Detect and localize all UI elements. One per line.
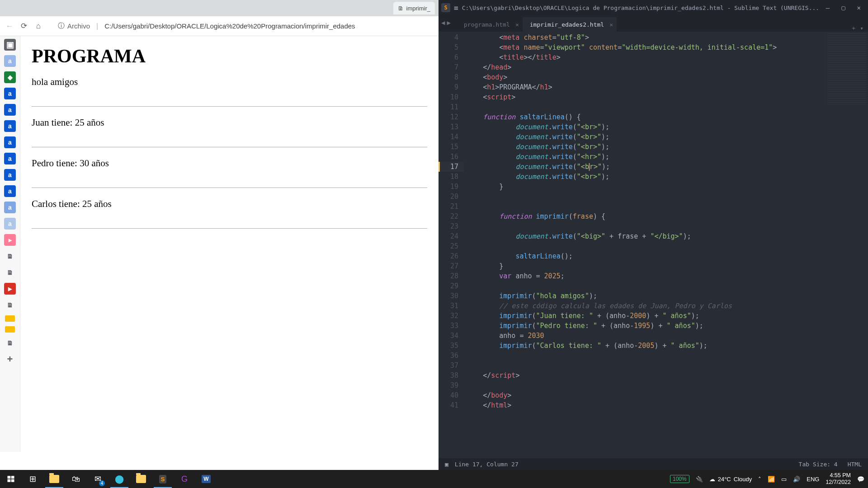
code-line[interactable]: document.write("<br>");: [467, 172, 825, 182]
nav-fwd-icon[interactable]: ▶: [447, 19, 450, 26]
sidebar-item[interactable]: a: [4, 88, 16, 99]
sidebar-item[interactable]: a: [4, 202, 16, 213]
code-line[interactable]: [467, 281, 825, 291]
code-line[interactable]: function saltarLinea() {: [467, 112, 825, 122]
taskview-button[interactable]: ⊞: [22, 470, 43, 488]
status-tab-size[interactable]: Tab Size: 4: [799, 461, 838, 468]
folder-icon[interactable]: [5, 315, 15, 322]
code-line[interactable]: document.write("<big>" + frase + "</big>…: [467, 231, 825, 241]
menu-icon[interactable]: ≡: [454, 4, 458, 12]
tab-close-icon[interactable]: ×: [515, 21, 519, 28]
code-line[interactable]: <h1>PROGRAMA</h1>: [467, 82, 825, 92]
youtube-icon[interactable]: ▶: [4, 283, 16, 295]
code-line[interactable]: anho = 2030: [467, 331, 825, 341]
app-button[interactable]: G: [174, 470, 195, 488]
code-line[interactable]: document.write("<br>");: [467, 162, 825, 172]
code-editor[interactable]: 4567891011121314151617181920212223242526…: [439, 32, 868, 458]
code-line[interactable]: </script>: [467, 371, 825, 380]
language-indicator[interactable]: ENG: [807, 476, 819, 483]
code-line[interactable]: document.write("<br>");: [467, 132, 825, 142]
editor-tab[interactable]: programa.html×: [457, 17, 523, 32]
sidebar-item[interactable]: a: [4, 169, 16, 181]
code-line[interactable]: </html>: [467, 400, 825, 410]
code-line[interactable]: <meta name="viewport" content="width=dev…: [467, 42, 825, 52]
code-line[interactable]: function imprimir(frase) {: [467, 211, 825, 221]
code-line[interactable]: document.write("<br>");: [467, 122, 825, 132]
browser-tab[interactable]: 🗎 imprimir_: [393, 2, 435, 14]
edge-button[interactable]: ⬤: [108, 470, 130, 488]
code-line[interactable]: [467, 241, 825, 251]
code-line[interactable]: document.write("<br>");: [467, 142, 825, 152]
mail-button[interactable]: ✉4: [87, 470, 108, 488]
doc-icon[interactable]: 🗎: [4, 299, 16, 311]
cast-icon[interactable]: ▭: [781, 476, 787, 483]
info-icon[interactable]: ⓘ: [58, 22, 65, 30]
code-line[interactable]: imprimir("Juan tiene: " + (anho-2000) + …: [467, 311, 825, 321]
back-icon[interactable]: ←: [5, 21, 14, 31]
nav-back-icon[interactable]: ◀: [441, 19, 445, 26]
store-button[interactable]: 🛍: [65, 470, 87, 488]
sublime-titlebar[interactable]: S ≡ C:\Users\gabri\Desktop\ORACLE\Logica…: [439, 0, 868, 15]
code-line[interactable]: document.write("<hr>");: [467, 152, 825, 162]
sidebar-item[interactable]: ◆: [4, 71, 16, 83]
start-button[interactable]: [0, 470, 22, 488]
tab-menu-icon[interactable]: ▾: [860, 25, 863, 32]
code-line[interactable]: </head>: [467, 62, 825, 72]
minimap[interactable]: [825, 32, 868, 458]
chevron-up-icon[interactable]: ˄: [758, 476, 761, 483]
sidebar-item[interactable]: a: [4, 120, 16, 132]
doc-icon[interactable]: 🗎: [4, 337, 16, 349]
code-line[interactable]: [467, 202, 825, 211]
tab-close-icon[interactable]: ×: [609, 21, 613, 28]
code-line[interactable]: }: [467, 182, 825, 192]
code-line[interactable]: }: [467, 261, 825, 271]
code-line[interactable]: imprimir("Carlos tiene: " + (anho-2005) …: [467, 341, 825, 351]
new-tab-icon[interactable]: +: [852, 25, 855, 32]
code-line[interactable]: <title></title>: [467, 52, 825, 62]
doc-icon[interactable]: 🗎: [4, 250, 16, 262]
explorer2-button[interactable]: [130, 470, 152, 488]
code-line[interactable]: [467, 361, 825, 371]
add-icon[interactable]: +: [4, 353, 16, 365]
status-syntax[interactable]: HTML: [848, 461, 862, 468]
code-line[interactable]: </body>: [467, 390, 825, 400]
code-area[interactable]: <meta charset="utf-8"> <meta name="viewp…: [464, 32, 825, 458]
sidebar-item[interactable]: a: [4, 55, 16, 67]
sidebar-item[interactable]: a: [4, 136, 16, 148]
notifications-icon[interactable]: 💬: [857, 476, 864, 483]
code-line[interactable]: <body>: [467, 72, 825, 82]
doc-icon[interactable]: 🗎: [4, 267, 16, 278]
code-line[interactable]: [467, 351, 825, 361]
code-line[interactable]: [467, 192, 825, 202]
sidebar-item[interactable]: ▸: [4, 234, 16, 246]
home-icon[interactable]: ⌂: [33, 21, 43, 31]
battery-indicator[interactable]: 100%: [670, 475, 689, 483]
volume-icon[interactable]: 🔊: [793, 476, 800, 483]
word-button[interactable]: W: [195, 470, 217, 488]
maximize-icon[interactable]: ▢: [841, 4, 845, 11]
folder-icon[interactable]: [5, 326, 15, 333]
code-line[interactable]: imprimir("hola amigos");: [467, 291, 825, 301]
outline-icon[interactable]: ▣: [445, 461, 448, 468]
wifi-icon[interactable]: 📶: [768, 476, 775, 483]
sidebar-item[interactable]: a: [4, 218, 16, 230]
code-line[interactable]: [467, 221, 825, 231]
close-icon[interactable]: ✕: [857, 4, 861, 11]
code-line[interactable]: var anho = 2025;: [467, 271, 825, 281]
clock[interactable]: 4:55 PM 12/7/2022: [826, 472, 851, 486]
code-line[interactable]: imprimir("Pedro tiene: " + (anho-1995) +…: [467, 321, 825, 331]
editor-tab[interactable]: imprimir_edades2.html×: [523, 17, 617, 32]
url-path[interactable]: C:/Users/gabri/Desktop/ORACLE/Logica%20d…: [104, 22, 355, 30]
code-line[interactable]: <meta charset="utf-8">: [467, 33, 825, 42]
sublime-button[interactable]: S: [152, 470, 174, 488]
sidebar-item[interactable]: a: [4, 104, 16, 116]
minimize-icon[interactable]: —: [826, 4, 830, 11]
sidebar-collapse-icon[interactable]: ▣: [4, 39, 16, 51]
code-line[interactable]: [467, 380, 825, 390]
reload-icon[interactable]: ⟳: [19, 21, 29, 31]
code-line[interactable]: [467, 102, 825, 112]
code-line[interactable]: <script>: [467, 92, 825, 102]
weather-widget[interactable]: ☁ 24°C Cloudy: [709, 476, 752, 483]
code-line[interactable]: // este código calcula las edades de Jua…: [467, 301, 825, 311]
code-line[interactable]: saltarLinea();: [467, 251, 825, 261]
